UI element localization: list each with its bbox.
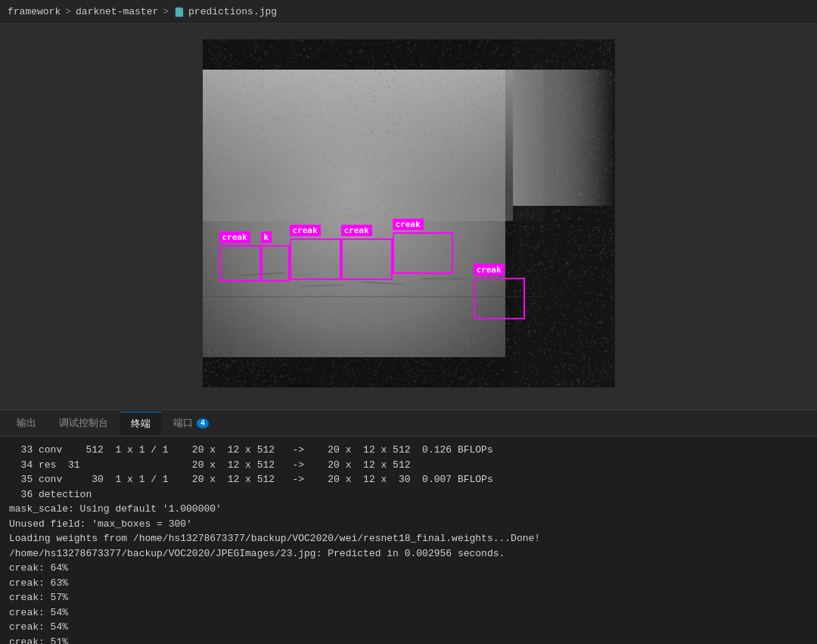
terminal-line: 35 conv 30 1 x 1 / 1 20 x 12 x 512 -> 20… — [9, 472, 808, 487]
breadcrumb-item-file[interactable]: predictions.jpg — [188, 6, 277, 17]
detection-label-1: k — [261, 232, 272, 243]
terminal-line: 34 res 31 20 x 12 x 512 -> 20 x 12 x 512 — [9, 458, 808, 473]
tab-terminal[interactable]: 终端 — [120, 412, 161, 435]
tab-output[interactable]: 输出 — [6, 412, 47, 434]
detection-label-5: creak — [474, 264, 505, 275]
breadcrumb-item-framework[interactable]: framework — [8, 6, 61, 17]
detection-box-5: creak — [474, 278, 525, 319]
terminal-line: /home/hs13278673377/backup/VOC2020/JPEGI… — [9, 546, 808, 562]
tab-ports-badge: 4 — [197, 418, 209, 428]
image-container: creakkcreakcreakcreakcreak — [203, 39, 615, 387]
breadcrumb-separator-1: > — [65, 6, 71, 17]
detection-box-0: creak — [219, 245, 261, 282]
tab-output-label: 输出 — [17, 416, 36, 430]
breadcrumb-separator-2: > — [163, 6, 169, 17]
breadcrumb-item-darknet[interactable]: darknet-master — [76, 6, 158, 17]
terminal-line: creak: 57% — [9, 590, 808, 605]
image-area: creakkcreakcreakcreakcreak — [0, 24, 817, 409]
tab-ports[interactable]: 端口 4 — [163, 412, 219, 434]
terminal-line: creak: 64% — [9, 561, 808, 576]
detection-label-0: creak — [219, 232, 250, 243]
detection-label-2: creak — [290, 225, 321, 236]
breadcrumb: framework > darknet-master > predictions… — [0, 0, 817, 24]
terminal-line: creak: 51% — [9, 635, 808, 645]
tab-ports-label: 端口 — [173, 416, 193, 430]
terminal-line: mask_scale: Using default '1.000000' — [9, 502, 808, 517]
terminal-line: Unused field: 'max_boxes = 300' — [9, 517, 808, 532]
detection-box-1: k — [261, 245, 290, 282]
detection-box-3: creak — [341, 238, 393, 280]
tab-bar: 输出 调试控制台 终端 端口 4 — [0, 410, 817, 437]
tab-terminal-label: 终端 — [131, 417, 151, 431]
terminal-line: creak: 54% — [9, 605, 808, 621]
terminal-content[interactable]: 33 conv 512 1 x 1 / 1 20 x 12 x 512 -> 2… — [0, 437, 817, 644]
terminal-line: creak: 54% — [9, 620, 808, 635]
terminal-line: 33 conv 512 1 x 1 / 1 20 x 12 x 512 -> 2… — [9, 443, 808, 458]
terminal-line: creak: 63% — [9, 576, 808, 591]
terminal-line: Loading weights from /home/hs13278673377… — [9, 531, 808, 546]
detection-label-3: creak — [341, 225, 372, 236]
tab-debug[interactable]: 调试控制台 — [48, 412, 119, 434]
bottom-panel: 输出 调试控制台 终端 端口 4 33 conv 512 1 x 1 / 1 2… — [0, 409, 817, 644]
terminal-line: 36 detection — [9, 487, 808, 502]
tab-debug-label: 调试控制台 — [59, 416, 108, 430]
detection-label-4: creak — [393, 219, 424, 230]
detection-box-4: creak — [393, 232, 453, 274]
file-icon — [173, 6, 185, 18]
detection-box-2: creak — [290, 238, 341, 280]
detection-image: creakkcreakcreakcreakcreak — [203, 39, 615, 387]
